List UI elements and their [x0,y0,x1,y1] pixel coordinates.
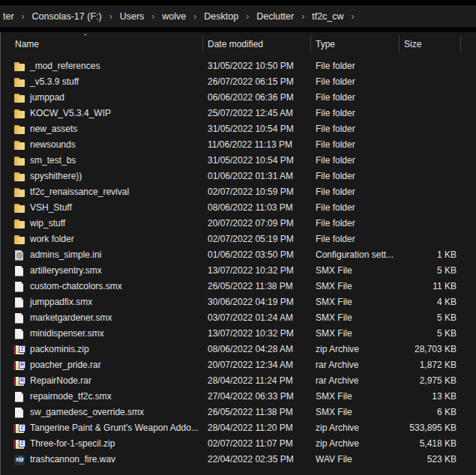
breadcrumb-segment[interactable]: Declutter [253,11,297,22]
table-row[interactable]: custom-chatcolors.smx 26/05/2022 11:38 P… [1,279,476,294]
column-divider[interactable] [460,35,461,52]
breadcrumb-segment-partial[interactable]: ter [0,11,17,22]
table-row[interactable]: newsounds 11/06/2022 11:13 PM File folde… [1,137,476,153]
date-modified-cell: 31/05/2022 10:54 PM [208,153,294,169]
type-cell: SMX File [316,389,352,405]
column-divider[interactable] [399,35,400,52]
date-modified-cell: 26/05/2022 11:38 PM [208,279,293,294]
chevron-right-icon[interactable]: › [17,11,29,22]
date-modified-cell: 27/04/2022 06:33 PM [208,389,294,405]
breadcrumb-segment[interactable]: Desktop [201,11,241,22]
date-modified-cell: 22/04/2022 02:35 PM [208,452,294,468]
table-row[interactable]: KOCW_V5.3.4_WIP 25/07/2022 12:45 AM File… [1,106,476,121]
chevron-right-icon[interactable]: › [241,11,253,22]
date-modified-cell: 08/06/2022 11:03 PM [208,200,293,216]
column-header-size[interactable]: Size [404,39,421,49]
file-name-cell: jumppad [13,90,201,106]
table-row[interactable]: tf2c_renaissance_revival 02/07/2022 10:5… [1,184,476,200]
file-name-label: work folder [30,232,74,247]
folder-icon [13,171,25,183]
type-cell: File folder [316,153,355,169]
table-row[interactable]: sm_test_bs 31/05/2022 10:54 PM File fold… [1,153,476,169]
column-divider[interactable] [310,35,311,52]
chevron-right-icon[interactable]: › [297,11,309,22]
table-row[interactable]: R poacher_pride.rar 20/07/2022 12:34 AM … [1,357,476,373]
file-name-cell: ⟲XM trashcannon_fire.wav [13,452,201,468]
folder-icon [13,124,25,136]
file-name-cell: artillerysentry.smx [13,263,201,279]
folder-icon [13,139,25,151]
date-modified-cell: 20/07/2022 07:09 PM [208,216,294,232]
table-row[interactable]: _mod_references 31/05/2022 10:50 PM File… [1,58,476,74]
table-row[interactable]: jumppad 06/06/2022 06:36 PM File folder [1,90,476,106]
zip-icon: Z [13,344,25,356]
file-name-label: sw_gamedesc_override.smx [30,405,144,420]
file-icon [13,297,25,309]
table-row[interactable]: Z Three-for-1-specil.zip 02/07/2022 11:0… [1,436,476,452]
file-name-cell: KOCW_V5.3.4_WIP [13,106,201,121]
table-row[interactable]: _v5.3.9 stuff 26/07/2022 06:15 PM File f… [1,74,476,90]
file-name-cell: Z packominis.zip [13,342,201,357]
file-name-cell: repairnode_tf2c.smx [13,389,201,405]
chevron-right-icon[interactable]: › [347,11,359,22]
table-row[interactable]: ⚙ admins_simple.ini 01/06/2022 03:50 PM … [1,247,476,263]
table-row[interactable]: ⟲XM trashcannon_fire.wav 22/04/2022 02:3… [1,452,476,468]
table-row[interactable]: new_assets 31/05/2022 10:54 PM File fold… [1,121,476,137]
column-header-name[interactable]: Name [15,39,39,49]
file-icon [13,407,25,419]
archive-badge: R [19,377,25,384]
file-name-label: Tangerine Paint & Grunt's Weapon Addo... [30,420,199,436]
type-cell: File folder [316,90,355,106]
column-header-type[interactable]: Type [316,39,335,49]
table-row[interactable]: work folder 02/07/2022 05:19 PM File fol… [1,232,476,247]
file-icon [13,328,25,340]
column-header-date-modified[interactable]: Date modified [208,39,263,49]
file-icon [13,312,25,324]
breadcrumb-segment[interactable]: tf2c_cw [309,11,346,22]
size-cell: 1,872 KB [374,357,457,373]
archive-badge: Z [19,345,25,353]
file-name-cell: jumppadfix.smx [13,294,201,310]
table-row[interactable]: repairnode_tf2c.smx 27/04/2022 06:33 PM … [1,389,476,405]
file-list: _mod_references 31/05/2022 10:50 PM File… [1,58,476,468]
chevron-right-icon[interactable]: › [105,11,117,22]
table-row[interactable]: artillerysentry.smx 13/07/2022 10:32 PM … [1,263,476,279]
file-name-cell: sm_test_bs [13,153,201,169]
table-row[interactable]: jumppadfix.smx 30/06/2022 04:19 PM SMX F… [1,294,476,310]
type-cell: zip Archive [316,342,359,357]
folder-icon [13,61,25,73]
table-row[interactable]: VSH_Stuff 08/06/2022 11:03 PM File folde… [1,200,476,216]
table-row[interactable]: R RepairNode.rar 28/04/2022 11:24 PM rar… [1,373,476,389]
chevron-right-icon[interactable]: › [147,11,159,22]
column-divider[interactable] [202,35,203,52]
breadcrumb-divider [0,27,476,32]
file-name-cell: wip_stuff [13,216,201,232]
table-row[interactable]: Z Tangerine Paint & Grunt's Weapon Addo.… [1,420,476,436]
size-cell: 523 KB [374,452,457,468]
breadcrumb: ter ›Consolas-17 (F:)›Users›wolve›Deskto… [0,5,476,27]
chevron-right-icon[interactable]: › [189,11,201,22]
window-top-strip [0,0,476,5]
table-row[interactable]: marketgardener.smx 03/07/2022 01:24 AM S… [1,310,476,326]
file-name-label: VSH_Stuff [30,200,72,216]
breadcrumb-segment[interactable]: wolve [159,11,189,22]
file-name-cell: Z Tangerine Paint & Grunt's Weapon Addo.… [13,420,201,436]
breadcrumb-segment[interactable]: Consolas-17 (F:) [29,11,105,22]
date-modified-cell: 28/04/2022 11:20 PM [208,420,293,436]
table-row[interactable]: minidispenser.smx 13/07/2022 10:32 PM SM… [1,326,476,342]
file-name-cell: new_assets [13,121,201,137]
date-modified-cell: 31/05/2022 10:54 PM [208,121,294,137]
folder-icon [13,76,25,88]
table-row[interactable]: spyshithere)) 01/06/2022 01:31 AM File f… [1,169,476,184]
type-cell: WAV File [316,452,352,468]
table-row[interactable]: sw_gamedesc_override.smx 26/05/2022 11:3… [1,405,476,420]
breadcrumb-segment[interactable]: Users [117,11,148,22]
table-row[interactable]: Z packominis.zip 08/06/2022 04:28 AM zip… [1,342,476,357]
date-modified-cell: 20/07/2022 12:34 AM [208,357,293,373]
file-name-cell: minidispenser.smx [13,326,201,342]
file-name-cell: R poacher_pride.rar [13,357,201,373]
file-icon [13,281,25,293]
table-row[interactable]: wip_stuff 20/07/2022 07:09 PM File folde… [1,216,476,232]
folder-icon [13,92,25,104]
date-modified-cell: 02/07/2022 05:19 PM [208,232,294,247]
